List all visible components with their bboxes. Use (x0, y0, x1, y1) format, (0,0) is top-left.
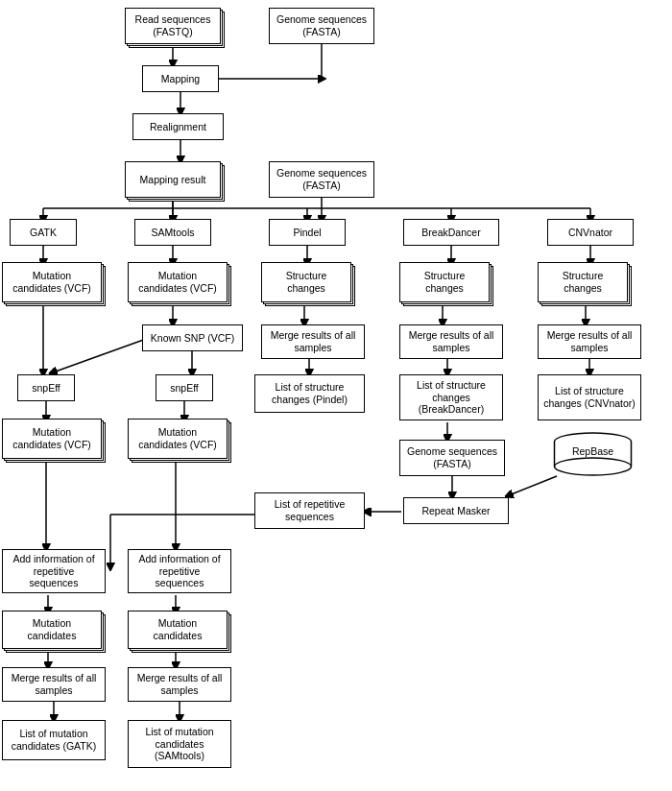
mut-cand6-box: Mutationcandidates (128, 611, 228, 649)
breakdancer-label: BreakDancer (421, 227, 480, 239)
mut-cand2-box: Mutationcandidates (VCF) (128, 262, 228, 302)
samtools-label: SAMtools (152, 227, 195, 239)
genome-seq2-label: Genome sequences(FASTA) (276, 167, 367, 191)
list-struct1-label: List of structurechanges (Pindel) (272, 381, 348, 405)
list-mut2-label: List of mutationcandidates(SAMtools) (145, 726, 213, 762)
mut-cand3-box: Mutationcandidates (VCF) (2, 419, 102, 459)
mut-cand4-stack: Mutationcandidates (VCF) (128, 419, 231, 465)
mut-cand2-label: Mutationcandidates (VCF) (138, 270, 217, 294)
struct3-box: Structurechanges (538, 262, 628, 302)
snpeff2-box: snpEff (156, 374, 213, 401)
mut-cand4-box: Mutationcandidates (VCF) (128, 419, 228, 459)
svg-point-50 (555, 458, 632, 475)
list-struct2-box: List of structurechanges(BreakDancer) (399, 374, 503, 420)
mut-cand4-label: Mutationcandidates (VCF) (138, 426, 217, 450)
mut-cand2-stack: Mutationcandidates (VCF) (128, 262, 231, 308)
genome-seq3-box: Genome sequences(FASTA) (399, 440, 505, 476)
mapping-result-box: Mapping result (125, 161, 221, 198)
merge-all1-box: Merge results of allsamples (2, 667, 106, 702)
svg-line-22 (53, 338, 149, 372)
merge-all1-label: Merge results of allsamples (12, 672, 97, 696)
merge1-box: Merge results of allsamples (261, 324, 365, 359)
mut-cand1-box: Mutationcandidates (VCF) (2, 262, 102, 302)
known-snp-label: Known SNP (VCF) (151, 332, 234, 345)
gatk-label: GATK (30, 227, 57, 239)
list-struct3-box: List of structurechanges (CNVnator) (538, 374, 641, 420)
repbase-cylinder: RepBase (552, 432, 634, 476)
mut-cand5-box: Mutationcandidates (2, 611, 102, 649)
realignment-box: Realignment (132, 113, 224, 140)
add-info2-label: Add information ofrepetitivesequences (138, 553, 220, 589)
mapping-result-stack: Mapping result (125, 161, 225, 204)
mut-cand6-stack: Mutationcandidates (128, 611, 231, 655)
mut-cand3-stack: Mutationcandidates (VCF) (2, 419, 106, 465)
merge-all2-box: Merge results of allsamples (128, 667, 231, 702)
pindel-label: Pindel (293, 227, 321, 239)
struct2-label: Structurechanges (424, 270, 466, 294)
realignment-label: Realignment (150, 121, 206, 133)
list-rep-seq-box: List of repetitivesequences (254, 492, 365, 529)
list-struct2-label: List of structurechanges(BreakDancer) (417, 379, 486, 416)
read-sequences-stack: Read sequences(FASTQ) (125, 8, 225, 50)
list-mut1-box: List of mutationcandidates (GATK) (2, 720, 106, 760)
mut-cand3-label: Mutationcandidates (VCF) (12, 426, 91, 450)
known-snp-box: Known SNP (VCF) (142, 324, 243, 351)
list-mut1-label: List of mutationcandidates (GATK) (12, 728, 97, 752)
cnvnator-label: CNVnator (568, 227, 612, 239)
add-info1-label: Add information ofrepetitivesequences (12, 553, 94, 589)
struct2-stack: Structurechanges (399, 262, 493, 308)
repbase-label: RepBase (552, 445, 634, 457)
add-info1-box: Add information ofrepetitivesequences (2, 549, 106, 593)
mut-cand1-stack: Mutationcandidates (VCF) (2, 262, 106, 308)
flowchart: Read sequences(FASTQ) Genome sequences(F… (0, 0, 672, 791)
struct1-label: Structurechanges (286, 270, 327, 294)
breakdancer-box: BreakDancer (403, 219, 499, 246)
samtools-box: SAMtools (134, 219, 211, 246)
genome-seq2-box: Genome sequences(FASTA) (269, 161, 374, 198)
cnvnator-box: CNVnator (547, 219, 634, 246)
mut-cand1-label: Mutationcandidates (VCF) (12, 270, 91, 294)
add-info2-box: Add information ofrepetitivesequences (128, 549, 231, 593)
struct1-stack: Structurechanges (261, 262, 355, 308)
read-sequences-box: Read sequences(FASTQ) (125, 8, 221, 44)
read-sequences-label: Read sequences(FASTQ) (135, 13, 211, 37)
snpeff2-label: snpEff (170, 382, 199, 395)
struct1-box: Structurechanges (261, 262, 351, 302)
snpeff1-label: snpEff (32, 382, 60, 395)
struct3-label: Structurechanges (563, 270, 604, 294)
list-rep-seq-label: List of repetitivesequences (275, 498, 346, 522)
mapping-result-label: Mapping result (140, 174, 206, 186)
struct2-box: Structurechanges (399, 262, 490, 302)
genome-seq-top-label: Genome sequences(FASTA) (276, 13, 367, 37)
merge-all2-label: Merge results of allsamples (137, 672, 223, 696)
merge3-box: Merge results of allsamples (538, 324, 641, 359)
snpeff1-box: snpEff (17, 374, 75, 401)
mut-cand5-label: Mutationcandidates (28, 617, 77, 641)
genome-seq3-label: Genome sequences(FASTA) (407, 445, 497, 469)
merge2-label: Merge results of allsamples (409, 329, 494, 353)
list-mut2-box: List of mutationcandidates(SAMtools) (128, 720, 231, 768)
mapping-label: Mapping (161, 73, 200, 85)
merge3-label: Merge results of allsamples (547, 329, 633, 353)
svg-line-33 (509, 476, 557, 495)
mut-cand6-label: Mutationcandidates (154, 617, 203, 641)
pindel-box: Pindel (269, 219, 346, 246)
list-struct1-box: List of structurechanges (Pindel) (254, 374, 365, 413)
repeat-masker-label: Repeat Masker (421, 505, 490, 517)
list-struct3-label: List of structurechanges (CNVnator) (543, 385, 636, 409)
repeat-masker-box: Repeat Masker (403, 497, 509, 524)
gatk-box: GATK (10, 219, 77, 246)
genome-seq-top-box: Genome sequences(FASTA) (269, 8, 374, 44)
mut-cand5-stack: Mutationcandidates (2, 611, 106, 655)
mapping-box: Mapping (142, 65, 219, 92)
merge2-box: Merge results of allsamples (399, 324, 503, 359)
struct3-stack: Structurechanges (538, 262, 632, 308)
merge1-label: Merge results of allsamples (271, 329, 356, 353)
